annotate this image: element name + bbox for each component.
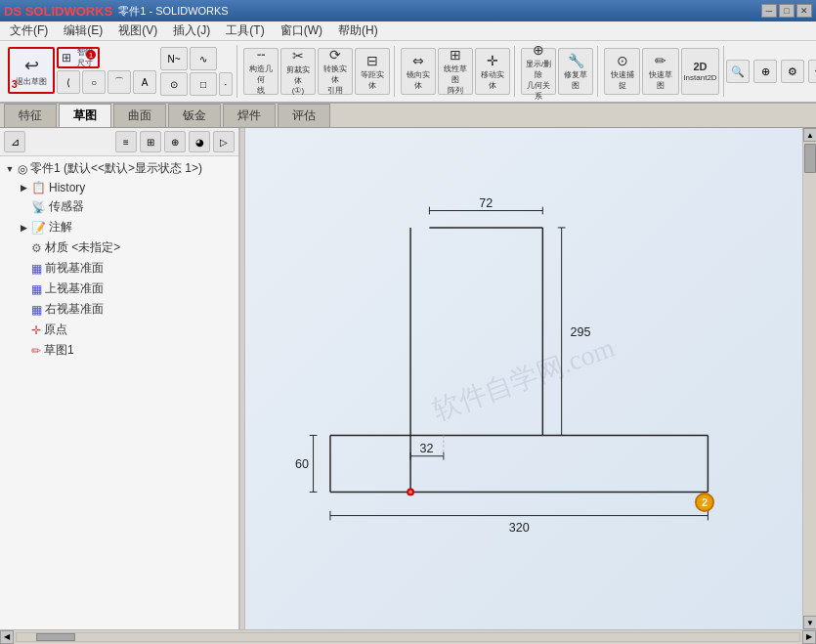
- quick-capture-btn[interactable]: ⊙ 快速捕捉: [604, 48, 640, 95]
- menu-tools[interactable]: 工具(T): [218, 21, 272, 41]
- top-plane-icon: ▦: [31, 282, 42, 296]
- tool-circ-btn[interactable]: ⊙: [160, 72, 188, 96]
- tree-item-sensor[interactable]: 📡 传感器: [0, 196, 238, 217]
- scroll-right-btn[interactable]: ▶: [802, 630, 816, 644]
- tree-item-annotation[interactable]: ▶ 📝 注解: [0, 217, 238, 237]
- fix-sketch-btn[interactable]: 🔧 修复草图: [558, 48, 593, 95]
- tree-item-sketch1[interactable]: ✏ 草图1: [0, 340, 238, 361]
- material-label: 材质 <未指定>: [45, 239, 120, 256]
- toolbar-group-main: ↩ 退出草图 3 ⊞ 智能尺寸 1 ⟨ ○ ⌒ A N~: [4, 45, 237, 98]
- sketch1-expand: [18, 345, 29, 357]
- filter-button[interactable]: ⊿: [4, 131, 25, 152]
- badge-1: 1: [86, 50, 96, 60]
- minimize-button[interactable]: ─: [761, 4, 777, 18]
- scroll-up-btn[interactable]: ▲: [803, 128, 816, 142]
- quick-sketch-btn[interactable]: ✏ 快速草图: [642, 48, 678, 95]
- view-icon[interactable]: 👁: [808, 60, 816, 83]
- offset-icon: ⊟: [366, 53, 378, 68]
- tree-item-root[interactable]: ▼ ◎ 零件1 (默认<<默认>显示状态 1>): [0, 158, 238, 179]
- maximize-button[interactable]: □: [779, 4, 795, 18]
- toolbar-area: ↩ 退出草图 3 ⊞ 智能尺寸 1 ⟨ ○ ⌒ A N~: [0, 41, 816, 104]
- tree-item-origin[interactable]: ✛ 原点: [0, 320, 238, 340]
- expand-panel-btn[interactable]: ▷: [213, 131, 235, 152]
- trim-btn[interactable]: ✂ 剪裁实体(①): [280, 48, 316, 95]
- tab-feature[interactable]: 特征: [4, 104, 57, 127]
- array-btn[interactable]: ⊞ 线性草图阵列: [438, 48, 473, 95]
- exit-sketch-icon: ↩: [24, 55, 39, 76]
- show-relations-label: 显示/删除几何关系: [525, 59, 552, 102]
- tree-item-history[interactable]: ▶ 📋 History: [0, 179, 238, 196]
- show-relations-btn[interactable]: ⊕ 显示/删除几何关系: [521, 48, 556, 95]
- mirror-btn[interactable]: ⇔ 镜向实体: [401, 48, 436, 95]
- scroll-thumb[interactable]: [804, 144, 816, 173]
- tree-item-front-plane[interactable]: ▦ 前视基准面: [0, 258, 238, 279]
- tab-sketch[interactable]: 草图: [59, 104, 111, 127]
- convert-btn[interactable]: ⟳ 转换实体引用: [318, 48, 353, 95]
- quick-capture-label: 快速捕捉: [608, 69, 636, 91]
- tool-btn-1[interactable]: ⟨: [57, 70, 80, 94]
- list-view-btn[interactable]: ≡: [115, 131, 137, 152]
- scroll-down-btn[interactable]: ▼: [803, 616, 816, 629]
- options-icon[interactable]: ⚙: [781, 60, 804, 83]
- tab-weld[interactable]: 焊件: [223, 104, 276, 127]
- zoom-icon[interactable]: ⊕: [753, 60, 777, 83]
- history-label: History: [49, 181, 85, 194]
- tab-sheet-metal[interactable]: 钣金: [168, 104, 221, 127]
- close-button[interactable]: ✕: [796, 4, 812, 18]
- smart-dim-button[interactable]: ⊞ 智能尺寸 1: [57, 47, 100, 68]
- tool-rect-btn[interactable]: □: [190, 72, 217, 96]
- exit-sketch-button[interactable]: ↩ 退出草图 3: [8, 47, 55, 94]
- main-content: ⊿ ≡ ⊞ ⊕ ◕ ▷ ▼ ◎ 零件1 (默认<<默认: [0, 128, 816, 629]
- chart-btn[interactable]: ◕: [189, 131, 210, 152]
- offset-label: 等距实体: [359, 69, 386, 91]
- menu-file[interactable]: 文件(F): [2, 21, 56, 41]
- instant2d-label: Instant2D: [683, 73, 716, 82]
- right-plane-icon: ▦: [31, 303, 42, 317]
- right-plane-label: 右视基准面: [45, 301, 104, 318]
- target-btn[interactable]: ⊕: [164, 131, 186, 152]
- search-icon[interactable]: 🔍: [726, 60, 750, 83]
- menu-help[interactable]: 帮助(H): [330, 21, 386, 41]
- menu-view[interactable]: 视图(V): [110, 21, 165, 41]
- scroll-track[interactable]: [803, 142, 816, 616]
- annotation-expand: ▶: [18, 222, 29, 234]
- move-label: 移动实体: [479, 69, 506, 91]
- tool-btn-2[interactable]: ○: [82, 70, 106, 94]
- tab-evaluate[interactable]: 评估: [278, 104, 330, 127]
- tool-n-btn[interactable]: N~: [160, 47, 188, 70]
- tree-item-label: 零件1 (默认<<默认>显示状态 1>): [30, 160, 202, 177]
- offset-btn[interactable]: ⊟ 等距实体: [355, 48, 390, 95]
- construct-label: 构造几何线: [247, 64, 275, 96]
- tree-item-material[interactable]: ⚙ 材质 <未指定>: [0, 237, 238, 258]
- menu-insert[interactable]: 插入(J): [165, 21, 218, 41]
- menubar: 文件(F) 编辑(E) 视图(V) 插入(J) 工具(T) 窗口(W) 帮助(H…: [0, 21, 816, 41]
- drawing-area[interactable]: 软件自学网.com: [245, 128, 802, 629]
- sketch1-label: 草图1: [44, 342, 74, 359]
- menu-window[interactable]: 窗口(W): [273, 21, 330, 41]
- tab-surface[interactable]: 曲面: [113, 104, 166, 127]
- instant2d-btn[interactable]: 2D Instant2D: [681, 48, 719, 95]
- mirror-label: 镜向实体: [405, 69, 432, 91]
- grid-view-btn[interactable]: ⊞: [140, 131, 161, 152]
- scroll-left-btn[interactable]: ◀: [0, 630, 14, 644]
- fix-sketch-label: 修复草图: [562, 69, 589, 91]
- sketch1-icon: ✏: [31, 344, 41, 358]
- tool-dot-btn[interactable]: ·: [219, 72, 233, 96]
- bottom-scroll-thumb[interactable]: [36, 633, 75, 641]
- tool-line-btn[interactable]: ∿: [190, 47, 217, 70]
- tree-item-right-plane[interactable]: ▦ 右视基准面: [0, 299, 238, 320]
- bottom-scrollbar: ◀ ▶: [0, 629, 816, 643]
- mirror-icon: ⇔: [412, 53, 424, 68]
- tool-btn-4[interactable]: A: [133, 70, 156, 94]
- menu-edit[interactable]: 编辑(E): [56, 21, 110, 41]
- origin-label: 原点: [44, 322, 67, 338]
- move-btn[interactable]: ✛ 移动实体: [475, 48, 510, 95]
- tree-item-top-plane[interactable]: ▦ 上视基准面: [0, 279, 238, 299]
- sensor-label: 传感器: [49, 198, 84, 215]
- tool-btn-3[interactable]: ⌒: [107, 70, 131, 94]
- bottom-scroll-track[interactable]: [16, 632, 800, 642]
- history-icon: 📋: [31, 181, 46, 194]
- instant2d-icon: 2D: [693, 61, 707, 72]
- material-expand: [18, 242, 29, 254]
- construct-btn[interactable]: ╌ 构造几何线: [243, 48, 279, 95]
